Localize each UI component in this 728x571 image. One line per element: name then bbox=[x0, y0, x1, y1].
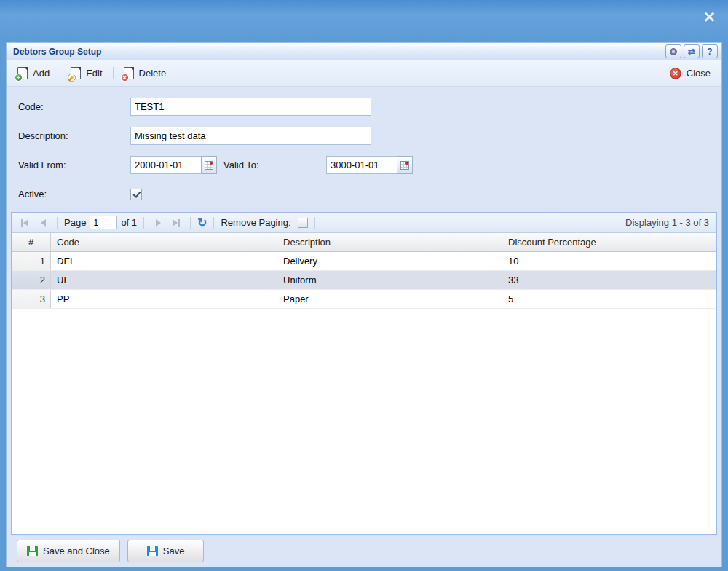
save-and-close-button[interactable]: Save and Close bbox=[17, 540, 120, 562]
toolbar-separator bbox=[60, 67, 60, 79]
column-header-num[interactable]: # bbox=[12, 233, 51, 251]
edit-button[interactable]: Edit bbox=[66, 64, 107, 82]
description-cell: Uniform bbox=[277, 271, 502, 289]
refresh-grid-button[interactable]: ↻ bbox=[197, 217, 207, 229]
paging-separator bbox=[190, 217, 191, 229]
column-header-code[interactable]: Code bbox=[51, 233, 277, 251]
code-label: Code: bbox=[18, 101, 130, 112]
page-fold-icon bbox=[24, 67, 28, 71]
debtors-groups-grid: Page of 1 ↻ Remove Paging: Displaying 1 … bbox=[11, 212, 717, 535]
edit-button-label: Edit bbox=[86, 68, 102, 79]
description-field[interactable] bbox=[130, 127, 371, 145]
paging-separator bbox=[213, 217, 214, 229]
save-green-floppy-icon bbox=[27, 546, 38, 556]
valid-to-label: Valid To: bbox=[217, 160, 326, 170]
toolbar-separator bbox=[113, 67, 114, 79]
remove-paging-label: Remove Paging: bbox=[221, 217, 290, 228]
description-cell: Delivery bbox=[277, 252, 502, 270]
save-and-close-label: Save and Close bbox=[43, 546, 110, 556]
grid-header-row: # Code Description Discount Percentage bbox=[12, 233, 716, 252]
code-cell: UF bbox=[51, 271, 277, 289]
description-cell: Paper bbox=[277, 290, 502, 308]
last-page-icon bbox=[173, 219, 178, 227]
valid-from-field[interactable] bbox=[130, 156, 201, 174]
code-row: Code: bbox=[18, 98, 721, 116]
pencil-icon bbox=[68, 76, 74, 82]
valid-from-calendar-button[interactable] bbox=[201, 156, 217, 174]
footer-toolbar: Save and Close Save bbox=[7, 535, 721, 567]
discount-cell: 33 bbox=[502, 271, 716, 289]
save-button[interactable]: Save bbox=[127, 540, 205, 562]
code-cell: PP bbox=[51, 290, 277, 308]
remove-paging-checkbox[interactable] bbox=[298, 218, 308, 228]
plus-badge-icon: + bbox=[15, 74, 23, 82]
page-label: Page bbox=[64, 217, 86, 228]
valid-dates-row: Valid From: Valid To: bbox=[18, 156, 721, 174]
first-page-icon bbox=[23, 219, 28, 227]
calendar-icon bbox=[400, 161, 409, 170]
table-row[interactable]: 2 UF Uniform 33 bbox=[12, 271, 716, 290]
add-button-label: Add bbox=[33, 68, 50, 79]
settings-tool-button[interactable] bbox=[665, 44, 681, 58]
row-number-cell: 3 bbox=[12, 290, 51, 308]
description-row: Description: bbox=[18, 127, 721, 145]
last-page-button[interactable] bbox=[169, 216, 183, 230]
panel-title: Debtors Group Setup bbox=[13, 47, 101, 57]
page-fold-icon bbox=[77, 67, 81, 71]
active-checkbox[interactable] bbox=[130, 189, 142, 200]
window-close-icon[interactable]: ✕ bbox=[703, 9, 716, 25]
help-icon: ? bbox=[707, 47, 712, 56]
x-badge-icon: ✕ bbox=[121, 74, 129, 82]
refresh-icon: ⇄ bbox=[688, 47, 695, 56]
debtors-group-setup-panel: Debtors Group Setup ⇄ ? + Add Edit ✕ Del… bbox=[6, 42, 722, 567]
valid-from-label: Valid From: bbox=[18, 160, 130, 170]
code-field[interactable] bbox=[130, 98, 371, 116]
delete-button[interactable]: ✕ Delete bbox=[119, 64, 172, 82]
row-number-cell: 1 bbox=[12, 252, 51, 270]
save-blue-floppy-icon bbox=[147, 546, 158, 556]
panel-header: Debtors Group Setup ⇄ ? bbox=[7, 43, 721, 60]
close-button-label: Close bbox=[687, 68, 711, 79]
next-page-icon bbox=[156, 219, 161, 227]
debtors-group-form: Code: Description: Valid From: Valid To:… bbox=[7, 87, 721, 212]
valid-to-calendar-button[interactable] bbox=[397, 156, 413, 174]
paging-separator bbox=[143, 217, 144, 229]
save-label: Save bbox=[163, 546, 185, 556]
panel-tools: ⇄ ? bbox=[665, 44, 718, 58]
column-header-description[interactable]: Description bbox=[277, 233, 502, 251]
description-label: Description: bbox=[18, 130, 130, 141]
delete-button-label: Delete bbox=[139, 68, 167, 79]
page-number-input[interactable] bbox=[90, 216, 117, 229]
pencil-badge-icon bbox=[68, 74, 76, 82]
paging-separator bbox=[57, 217, 58, 229]
paging-toolbar: Page of 1 ↻ Remove Paging: Displaying 1 … bbox=[12, 213, 716, 233]
last-page-icon bbox=[178, 219, 180, 227]
table-row[interactable]: 1 DEL Delivery 10 bbox=[12, 252, 716, 271]
debtors-group-setup-window: ✕ Debtors Group Setup ⇄ ? + Add Edit ✕ bbox=[0, 0, 728, 571]
next-page-button[interactable] bbox=[151, 216, 165, 230]
code-cell: DEL bbox=[51, 252, 277, 270]
add-button[interactable]: + Add bbox=[12, 64, 55, 82]
previous-page-button[interactable] bbox=[36, 216, 50, 230]
first-page-icon bbox=[21, 219, 23, 227]
add-document-icon: + bbox=[17, 67, 28, 79]
close-red-icon: ✕ bbox=[670, 68, 681, 79]
help-tool-button[interactable]: ? bbox=[702, 44, 718, 58]
page-fold-icon bbox=[130, 67, 134, 71]
close-button[interactable]: ✕ Close bbox=[665, 65, 716, 82]
column-header-discount[interactable]: Discount Percentage bbox=[502, 233, 716, 251]
calendar-icon bbox=[205, 161, 213, 170]
discount-cell: 5 bbox=[502, 290, 716, 308]
discount-cell: 10 bbox=[502, 252, 716, 270]
active-label: Active: bbox=[18, 189, 130, 200]
first-page-button[interactable] bbox=[17, 216, 32, 230]
page-of-label: of 1 bbox=[121, 217, 137, 228]
edit-document-icon bbox=[71, 67, 81, 79]
valid-to-field[interactable] bbox=[326, 156, 397, 174]
active-row: Active: bbox=[18, 185, 721, 203]
paging-separator bbox=[314, 217, 315, 229]
delete-document-icon: ✕ bbox=[124, 67, 134, 79]
refresh-tool-button[interactable]: ⇄ bbox=[684, 44, 700, 58]
grid-empty-area bbox=[12, 309, 716, 534]
table-row[interactable]: 3 PP Paper 5 bbox=[12, 290, 716, 309]
